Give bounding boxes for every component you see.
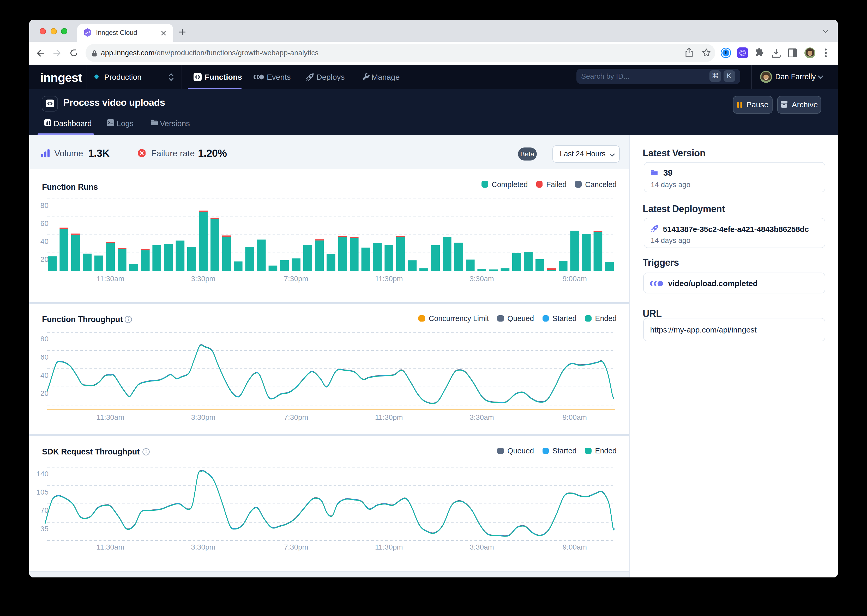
svg-text:11:30am: 11:30am	[96, 413, 125, 421]
svg-text:3:30am: 3:30am	[470, 275, 494, 283]
svg-text:3:30am: 3:30am	[470, 413, 494, 421]
svg-text:9:00am: 9:00am	[563, 413, 587, 421]
svg-text:3:30am: 3:30am	[470, 543, 494, 551]
svg-text:20: 20	[41, 389, 49, 397]
svg-text:80: 80	[41, 201, 49, 209]
svg-text:11:30pm: 11:30pm	[375, 413, 403, 421]
svg-text:7:30pm: 7:30pm	[284, 275, 308, 283]
svg-text:20: 20	[41, 255, 49, 264]
svg-text:11:30am: 11:30am	[96, 275, 125, 283]
svg-text:105: 105	[36, 488, 49, 496]
svg-text:35: 35	[41, 525, 49, 533]
svg-text:11:30pm: 11:30pm	[375, 543, 403, 551]
svg-text:9:00am: 9:00am	[563, 543, 587, 551]
svg-text:40: 40	[41, 371, 49, 379]
svg-text:11:30pm: 11:30pm	[375, 275, 403, 283]
svg-text:60: 60	[41, 353, 49, 361]
svg-text:3:30pm: 3:30pm	[191, 413, 215, 421]
svg-text:7:30pm: 7:30pm	[284, 413, 308, 421]
svg-text:9:00am: 9:00am	[563, 275, 587, 283]
svg-text:3:30pm: 3:30pm	[191, 543, 215, 551]
svg-text:80: 80	[41, 335, 49, 343]
svg-text:140: 140	[36, 470, 49, 478]
svg-text:3:30pm: 3:30pm	[191, 275, 215, 283]
svg-text:60: 60	[41, 219, 49, 228]
svg-text:7:30pm: 7:30pm	[284, 543, 308, 551]
svg-text:70: 70	[41, 506, 49, 514]
svg-text:40: 40	[41, 237, 49, 245]
svg-text:11:30am: 11:30am	[96, 543, 125, 551]
